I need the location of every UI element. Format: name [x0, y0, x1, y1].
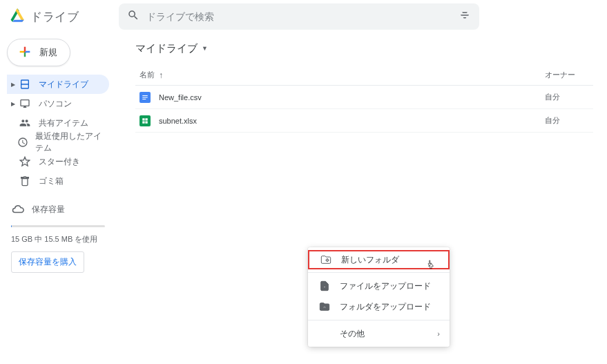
menu-divider: [308, 320, 450, 320]
star-icon: [18, 156, 32, 167]
app-title: ドライブ: [30, 9, 79, 25]
list-header: 名前 ↑ オーナー: [135, 65, 593, 86]
menu-item-upload-folder[interactable]: フォルダをアップロード: [308, 296, 450, 317]
upload-file-icon: [318, 280, 331, 291]
chevron-down-icon: ▼: [202, 45, 208, 52]
expand-icon[interactable]: ▶: [10, 82, 17, 88]
search-bar[interactable]: [119, 3, 479, 30]
trash-icon: [18, 175, 32, 186]
file-owner: 自分: [545, 115, 593, 126]
menu-item-label: フォルダをアップロード: [340, 301, 431, 313]
menu-item-more[interactable]: その他 ›: [308, 323, 450, 344]
chevron-right-icon: ›: [437, 329, 440, 338]
sidebar-item-label: 共有アイテム: [39, 117, 88, 129]
new-folder-icon: [319, 254, 333, 265]
sidebar-item-computers[interactable]: ▶ パソコン: [7, 94, 109, 113]
search-input[interactable]: [146, 11, 459, 22]
breadcrumb[interactable]: マイドライブ ▼: [135, 36, 593, 61]
sidebar-item-mydrive[interactable]: ▶ マイドライブ: [7, 75, 109, 94]
sidebar-item-starred[interactable]: スター付き: [7, 152, 109, 171]
storage-usage-text: 15 GB 中 15.5 MB を使用: [11, 234, 105, 245]
sidebar-item-label: パソコン: [39, 98, 72, 110]
file-owner: 自分: [545, 92, 593, 102]
sidebar-item-label: 最近使用したアイテム: [35, 131, 104, 154]
plus-icon: [17, 44, 32, 61]
header: ドライブ: [0, 0, 607, 33]
file-row[interactable]: New_file.csv 自分: [135, 86, 593, 109]
menu-item-label: その他: [340, 328, 365, 340]
menu-divider: [308, 272, 450, 273]
file-sheet-icon: [139, 115, 151, 126]
sidebar-item-label: マイドライブ: [39, 79, 88, 90]
new-button[interactable]: 新規: [7, 39, 70, 66]
computer-icon: [18, 98, 32, 109]
sidebar-item-label: スター付き: [39, 156, 80, 168]
upload-folder-icon: [318, 301, 331, 312]
sidebar-item-shared[interactable]: 共有アイテム: [7, 113, 109, 133]
shared-icon: [18, 117, 32, 128]
recent-icon: [17, 137, 28, 148]
menu-item-upload-file[interactable]: ファイルをアップロード: [308, 276, 450, 296]
column-header-owner[interactable]: オーナー: [545, 70, 593, 80]
sidebar-item-trash[interactable]: ゴミ箱: [7, 171, 109, 191]
drive-logo-icon: [10, 8, 25, 26]
new-button-label: 新規: [39, 46, 57, 59]
logo-area: ドライブ: [6, 8, 116, 26]
storage-section: 保存容量 15 GB 中 15.5 MB を使用 保存容量を購入: [7, 203, 109, 273]
sidebar-item-label: ゴミ箱: [39, 175, 64, 187]
context-menu: 新しいフォルダ ファイルをアップロード フォルダをアップロード その他 ›: [308, 247, 450, 347]
menu-item-label: 新しいフォルダ: [341, 254, 399, 266]
cloud-icon: [11, 203, 25, 215]
sidebar-item-storage[interactable]: 保存容量: [11, 203, 105, 215]
column-header-name[interactable]: 名前 ↑: [135, 70, 545, 80]
file-name: New_file.csv: [159, 93, 202, 102]
sidebar: 新規 ▶ マイドライブ ▶ パソコン 共有アイテム 最近使用したアイテム スター…: [0, 33, 116, 364]
file-name: subnet.xlsx: [159, 117, 197, 125]
search-icon: [127, 9, 139, 24]
file-row[interactable]: subnet.xlsx 自分: [135, 109, 593, 133]
menu-item-new-folder[interactable]: 新しいフォルダ: [308, 250, 450, 269]
breadcrumb-label: マイドライブ: [135, 42, 197, 55]
storage-label: 保存容量: [32, 204, 65, 215]
file-doc-icon: [139, 92, 151, 103]
sidebar-item-recent[interactable]: 最近使用したアイテム: [7, 133, 109, 152]
expand-icon[interactable]: ▶: [10, 101, 17, 107]
sort-asc-icon: ↑: [159, 70, 163, 80]
mydrive-icon: [18, 79, 32, 90]
menu-item-label: ファイルをアップロード: [340, 280, 431, 292]
storage-bar: [11, 225, 105, 227]
buy-storage-button[interactable]: 保存容量を購入: [11, 251, 84, 273]
search-options-icon[interactable]: [459, 9, 471, 24]
